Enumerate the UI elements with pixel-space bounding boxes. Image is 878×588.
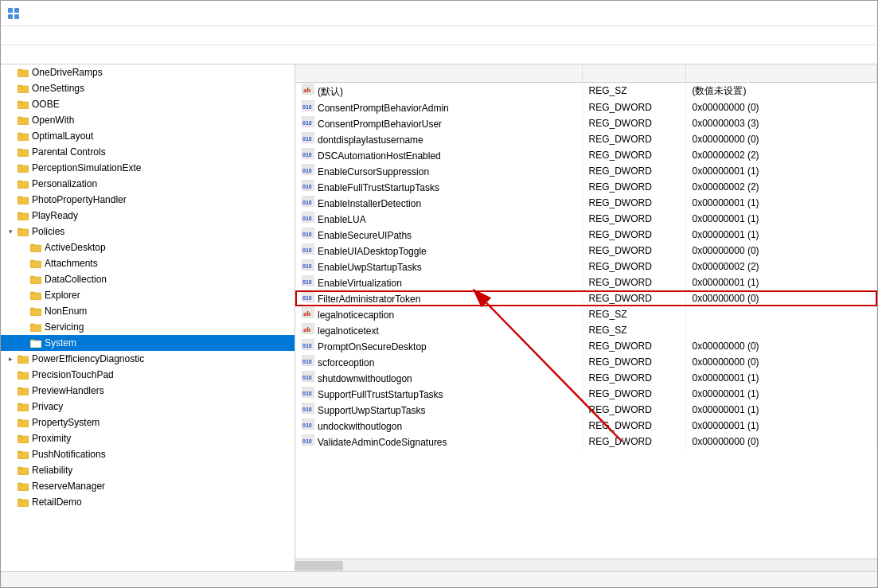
cell-name-text: undockwithoutlogon <box>318 421 402 432</box>
table-row[interactable]: ab legalnoticetextREG_SZ <box>295 322 877 338</box>
table-row[interactable]: 010 SupportUwpStartupTasksREG_DWORD0x000… <box>295 402 877 418</box>
svg-rect-1 <box>14 8 19 13</box>
cell-type: REG_DWORD <box>582 275 685 290</box>
cell-name: 010 EnableUIADesktopToggle <box>295 243 582 259</box>
tree-item-servicing[interactable]: Servicing <box>1 319 295 335</box>
folder-icon <box>29 258 42 269</box>
cell-name-text: DSCAutomationHostEnabled <box>318 150 441 162</box>
tree-item-activedesktop[interactable]: ActiveDesktop <box>1 239 295 255</box>
cell-name: 010 ValidateAdminCodeSignatures <box>295 434 582 450</box>
tree-item-playready[interactable]: PlayReady <box>1 208 295 224</box>
cell-type: REG_DWORD <box>582 243 685 259</box>
tree-item-personalization[interactable]: Personalization <box>1 176 295 192</box>
col-type <box>582 64 685 82</box>
table-row[interactable]: 010 dontdisplaylastusernameREG_DWORD0x00… <box>295 131 877 147</box>
menu-file[interactable] <box>4 34 17 37</box>
tree-item-parental-controls[interactable]: Parental Controls <box>1 144 295 160</box>
menu-edit[interactable] <box>17 34 29 37</box>
svg-rect-20 <box>18 197 29 204</box>
cell-name-text: PromptOnSecureDesktop <box>318 341 427 352</box>
svg-text:010: 010 <box>302 104 312 110</box>
table-row[interactable]: 010 SupportFullTrustStartupTasksREG_DWOR… <box>295 386 877 402</box>
minimize-button[interactable] <box>761 1 798 26</box>
cell-name-text: EnableFullTrustStartupTasks <box>318 182 439 193</box>
bottom-scrollbar[interactable] <box>295 559 877 571</box>
cell-name-text: EnableUwpStartupTasks <box>318 262 422 273</box>
tree-item-policies[interactable]: ▾ Policies <box>1 224 295 239</box>
folder-icon <box>17 401 29 412</box>
tree-item-precisiontouchpad[interactable]: PrecisionTouchPad <box>1 367 295 383</box>
tree-item-previewhandlers[interactable]: PreviewHandlers <box>1 383 295 399</box>
tree-item-perceptionsimulationexte[interactable]: PerceptionSimulationExte <box>1 160 295 176</box>
svg-text:010: 010 <box>302 247 312 253</box>
svg-text:010: 010 <box>302 438 312 444</box>
table-row[interactable]: 010 scforceoptionREG_DWORD0x00000000 (0) <box>295 354 877 370</box>
tree-item-label: Policies <box>32 226 64 237</box>
title-bar-controls <box>761 1 871 26</box>
tree-item-optimallayout[interactable]: OptimalLayout <box>1 128 295 144</box>
tree-item-retaildemo[interactable]: RetailDemo <box>1 494 295 510</box>
tree-item-attachments[interactable]: Attachments <box>1 255 295 271</box>
registry-icon: ab <box>302 307 314 318</box>
table-row[interactable]: 010 EnableLUAREG_DWORD0x00000001 (1) <box>295 211 877 227</box>
status-bar <box>1 571 877 587</box>
folder-icon <box>17 433 29 444</box>
table-row[interactable]: ab (默认)REG_SZ(数值未设置) <box>295 82 877 99</box>
tree-item-explorer[interactable]: Explorer <box>1 287 295 303</box>
menu-view[interactable] <box>29 34 42 37</box>
table-row[interactable]: 010 shutdownwithoutlogonREG_DWORD0x00000… <box>295 370 877 386</box>
table-row[interactable]: 010 undockwithoutlogonREG_DWORD0x0000000… <box>295 418 877 434</box>
expand-arrow[interactable]: ▸ <box>4 355 17 363</box>
table-row[interactable]: 010 ValidateAdminCodeSignaturesREG_DWORD… <box>295 434 877 450</box>
cell-name-text: SupportUwpStartupTasks <box>318 405 425 416</box>
cell-name: 010 shutdownwithoutlogon <box>295 370 582 386</box>
svg-text:010: 010 <box>302 184 312 189</box>
cell-type: REG_DWORD <box>582 354 685 370</box>
menu-help[interactable] <box>55 34 68 37</box>
tree-item-proximity[interactable]: Proximity <box>1 430 295 446</box>
tree-item-onesettings[interactable]: OneSettings <box>1 80 295 96</box>
tree-item-reservemanager[interactable]: ReserveManager <box>1 478 295 494</box>
tree-item-nonenum[interactable]: NonEnum <box>1 303 295 319</box>
table-row[interactable]: 010 DSCAutomationHostEnabledREG_DWORD0x0… <box>295 147 877 163</box>
cell-data: 0x00000003 (3) <box>685 115 877 131</box>
table-row[interactable]: 010 PromptOnSecureDesktopREG_DWORD0x0000… <box>295 338 877 354</box>
svg-rect-58 <box>18 500 29 507</box>
tree-item-pushnotifications[interactable]: PushNotifications <box>1 446 295 462</box>
cell-data: 0x00000001 (1) <box>685 227 877 243</box>
svg-text:010: 010 <box>302 343 312 349</box>
maximize-button[interactable] <box>798 1 834 26</box>
table-row[interactable]: 010 ConsentPromptBehaviorUserREG_DWORD0x… <box>295 115 877 131</box>
tree-item-system[interactable]: System <box>1 335 295 351</box>
tree-item-oobe[interactable]: OOBE <box>1 96 295 112</box>
menu-favorites[interactable] <box>42 34 55 37</box>
tree-item-openwith[interactable]: OpenWith <box>1 112 295 128</box>
table-row[interactable]: 010 EnableSecureUIPathsREG_DWORD0x000000… <box>295 227 877 243</box>
tree-item-label: Proximity <box>32 433 71 444</box>
close-button[interactable] <box>834 1 871 26</box>
table-row[interactable]: 010 EnableUwpStartupTasksREG_DWORD0x0000… <box>295 259 877 275</box>
tree-item-datacollection[interactable]: DataCollection <box>1 271 295 287</box>
table-row[interactable]: 010 EnableFullTrustStartupTasksREG_DWORD… <box>295 179 877 195</box>
table-row[interactable]: 010 EnableInstallerDetectionREG_DWORD0x0… <box>295 195 877 211</box>
table-row[interactable]: 010 EnableVirtualizationREG_DWORD0x00000… <box>295 275 877 290</box>
svg-rect-0 <box>8 8 13 13</box>
tree-item-reliability[interactable]: Reliability <box>1 462 295 478</box>
tree-item-photopropertyhandler[interactable]: PhotoPropertyHandler <box>1 192 295 208</box>
table-row[interactable]: 010 EnableUIADesktopToggleREG_DWORD0x000… <box>295 243 877 259</box>
expand-arrow[interactable]: ▾ <box>4 228 17 236</box>
cell-name: 010 DSCAutomationHostEnabled <box>295 147 582 163</box>
table-row[interactable]: 010 EnableCursorSuppressionREG_DWORD0x00… <box>295 163 877 179</box>
cell-name: ab (默认) <box>295 82 582 99</box>
table-row[interactable]: ab legalnoticecaptionREG_SZ <box>295 306 877 322</box>
cell-data: 0x00000001 (1) <box>685 211 877 227</box>
tree-item-onedriveramps[interactable]: OneDriveRamps <box>1 64 295 80</box>
tree-item-privacy[interactable]: Privacy <box>1 399 295 415</box>
cell-type: REG_DWORD <box>582 418 685 434</box>
cell-name: 010 PromptOnSecureDesktop <box>295 338 582 354</box>
tree-item-propertysystem[interactable]: PropertySystem <box>1 415 295 430</box>
tree-item-powerefficiencydiagnostic[interactable]: ▸ PowerEfficiencyDiagnostic <box>1 351 295 367</box>
table-row[interactable]: 010 ConsentPromptBehaviorAdminREG_DWORD0… <box>295 99 877 115</box>
table-row[interactable]: 010 FilterAdministratorTokenREG_DWORD0x0… <box>295 290 877 306</box>
scrollbar-thumb[interactable] <box>295 561 343 570</box>
